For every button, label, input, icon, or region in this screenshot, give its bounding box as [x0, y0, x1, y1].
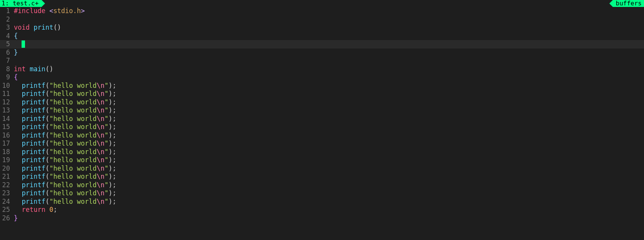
code-line[interactable]: 5 — [0, 40, 644, 49]
code-line[interactable]: 16 printf("hello world\n"); — [0, 131, 644, 140]
token: \n — [97, 164, 104, 172]
token: hello world — [53, 156, 97, 164]
code-line[interactable]: 26} — [0, 214, 644, 223]
code-content[interactable]: printf("hello world\n"); — [12, 173, 644, 181]
code-line[interactable]: 23 printf("hello world\n"); — [0, 189, 644, 198]
code-content[interactable]: #include <stdio.h> — [12, 7, 644, 15]
token: } — [14, 214, 18, 222]
code-line[interactable]: 19 printf("hello world\n"); — [0, 156, 644, 164]
line-number: 4 — [0, 32, 12, 40]
code-line[interactable]: 25 return 0; — [0, 206, 644, 214]
code-content[interactable]: printf("hello world\n"); — [12, 106, 644, 115]
token: ; — [112, 189, 116, 197]
code-line[interactable]: 24 printf("hello world\n"); — [0, 198, 644, 206]
code-content[interactable]: printf("hello world\n"); — [12, 181, 644, 190]
token: return — [22, 206, 49, 213]
token — [14, 90, 22, 97]
line-number: 1 — [0, 7, 12, 15]
token: () — [45, 65, 53, 73]
code-line[interactable]: 12 printf("hello world\n"); — [0, 98, 644, 107]
line-number: 8 — [0, 65, 12, 74]
token: \n — [97, 139, 104, 147]
code-content[interactable] — [12, 40, 644, 49]
code-line[interactable]: 6} — [0, 49, 644, 57]
token: " — [104, 123, 108, 131]
code-content[interactable]: printf("hello world\n"); — [12, 148, 644, 156]
code-line[interactable]: 13 printf("hello world\n"); — [0, 106, 644, 115]
code-content[interactable]: printf("hello world\n"); — [12, 139, 644, 148]
token — [14, 181, 22, 189]
code-line[interactable]: 9{ — [0, 73, 644, 82]
code-line[interactable]: 21 printf("hello world\n"); — [0, 173, 644, 181]
code-content[interactable]: { — [12, 73, 644, 82]
token: () — [53, 23, 61, 31]
token: hello world — [53, 164, 97, 172]
code-content[interactable]: printf("hello world\n"); — [12, 156, 644, 164]
code-content[interactable]: printf("hello world\n"); — [12, 198, 644, 206]
code-content[interactable] — [12, 57, 644, 65]
token: " — [104, 173, 108, 180]
code-line[interactable]: 11 printf("hello world\n"); — [0, 90, 644, 98]
token: hello world — [53, 131, 97, 139]
code-content[interactable]: void print() — [12, 23, 644, 32]
token: ; — [112, 173, 116, 180]
code-line[interactable]: 15 printf("hello world\n"); — [0, 123, 644, 131]
code-content[interactable]: return 0; — [12, 206, 644, 214]
token: hello world — [53, 198, 97, 205]
buffer-tab[interactable]: 1: test.c+ — [0, 0, 42, 7]
token: void — [14, 23, 33, 31]
code-content[interactable]: printf("hello world\n"); — [12, 90, 644, 98]
token — [14, 164, 22, 172]
code-content[interactable]: printf("hello world\n"); — [12, 131, 644, 140]
code-content[interactable]: { — [12, 32, 644, 40]
buffers-indicator[interactable]: buffers — [613, 0, 644, 7]
token: printf — [22, 123, 45, 131]
code-content[interactable]: printf("hello world\n"); — [12, 164, 644, 173]
code-content[interactable] — [12, 15, 644, 24]
editor-area[interactable]: 1#include <stdio.h>23void print()4{5 6}7… — [0, 7, 644, 222]
token: ( — [45, 98, 49, 106]
code-line[interactable]: 7 — [0, 57, 644, 65]
token: printf — [22, 156, 45, 164]
token: ; — [112, 115, 116, 123]
token: \n — [97, 181, 104, 189]
token: ; — [53, 206, 57, 213]
code-line[interactable]: 20 printf("hello world\n"); — [0, 164, 644, 173]
token: ) — [109, 156, 112, 164]
token: hello world — [53, 139, 97, 147]
buffer-tab-label: 1: test.c+ — [2, 0, 38, 8]
code-line[interactable]: 17 printf("hello world\n"); — [0, 139, 644, 148]
code-content[interactable]: } — [12, 49, 644, 57]
token — [14, 148, 22, 156]
token: ; — [112, 106, 116, 114]
token: ( — [45, 115, 49, 123]
code-line[interactable]: 1#include <stdio.h> — [0, 7, 644, 15]
token: ; — [112, 123, 116, 131]
line-number: 9 — [0, 73, 12, 82]
code-line[interactable]: 14 printf("hello world\n"); — [0, 115, 644, 123]
token: \n — [97, 115, 104, 123]
code-content[interactable]: } — [12, 214, 644, 223]
code-content[interactable]: printf("hello world\n"); — [12, 115, 644, 123]
code-content[interactable]: printf("hello world\n"); — [12, 98, 644, 107]
token: \n — [97, 148, 104, 156]
code-content[interactable]: int main() — [12, 65, 644, 74]
code-line[interactable]: 10 printf("hello world\n"); — [0, 82, 644, 90]
code-line[interactable]: 8int main() — [0, 65, 644, 74]
code-content[interactable]: printf("hello world\n"); — [12, 82, 644, 90]
token — [14, 189, 22, 197]
line-number: 24 — [0, 198, 12, 206]
token: ) — [109, 98, 112, 106]
code-line[interactable]: 22 printf("hello world\n"); — [0, 181, 644, 190]
token: printf — [22, 181, 45, 189]
token: stdio.h — [53, 7, 81, 15]
code-line[interactable]: 18 printf("hello world\n"); — [0, 148, 644, 156]
code-line[interactable]: 3void print() — [0, 23, 644, 32]
token — [14, 123, 22, 131]
token: ( — [45, 82, 49, 89]
code-line[interactable]: 2 — [0, 15, 644, 24]
code-content[interactable]: printf("hello world\n"); — [12, 123, 644, 131]
code-content[interactable]: printf("hello world\n"); — [12, 189, 644, 198]
token: hello world — [53, 148, 97, 156]
code-line[interactable]: 4{ — [0, 32, 644, 40]
